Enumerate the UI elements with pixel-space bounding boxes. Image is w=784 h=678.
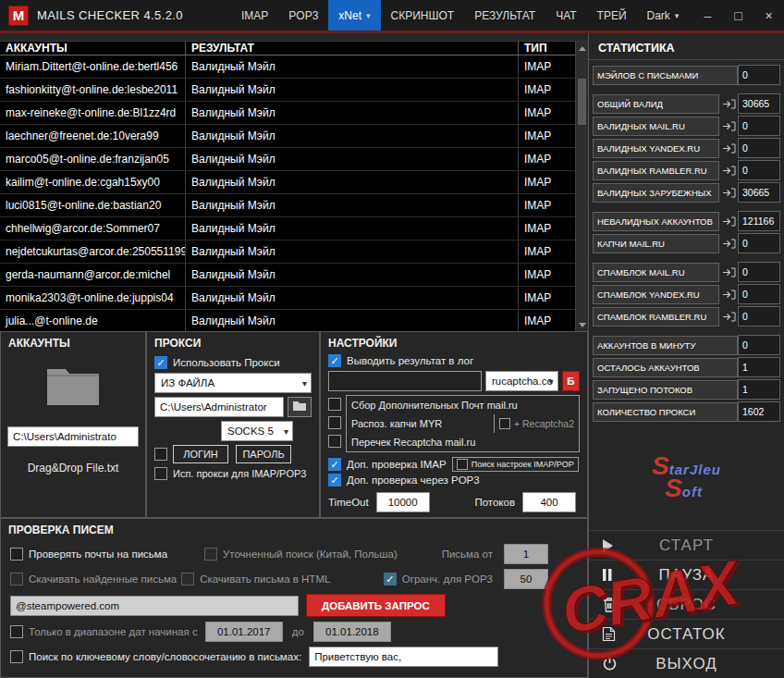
menu-item-imap[interactable]: IMAP bbox=[231, 0, 278, 31]
pop3-limit-input[interactable] bbox=[504, 569, 548, 589]
cell-result: Валидный Мэйл bbox=[185, 264, 518, 286]
pop3-extra-check-checkbox[interactable] bbox=[328, 474, 341, 487]
table-row[interactable]: monika2303@t-online.de:juppis04Валидный … bbox=[0, 287, 575, 310]
recaptcha2-checkbox[interactable] bbox=[499, 418, 510, 429]
accounts-file-path-input[interactable] bbox=[7, 426, 139, 447]
menu-item-chat[interactable]: ЧАТ bbox=[545, 0, 586, 31]
keyword-search-checkbox[interactable] bbox=[10, 650, 23, 663]
recheck-recaptcha-checkbox[interactable] bbox=[328, 435, 341, 448]
proxy-auth-checkbox[interactable] bbox=[154, 448, 167, 461]
scrollbar-thumb[interactable] bbox=[578, 79, 586, 125]
download-html-checkbox[interactable] bbox=[181, 573, 194, 586]
date-from-input[interactable] bbox=[205, 622, 283, 642]
table-row[interactable]: kailim@t-online.de:cgah15xy00Валидный Мэ… bbox=[0, 171, 575, 194]
scroll-up-button[interactable] bbox=[576, 42, 588, 55]
menu-item-tray[interactable]: ТРЕЙ bbox=[587, 0, 637, 31]
proxy-source-select[interactable]: ИЗ ФАЙЛА bbox=[154, 373, 312, 393]
collect-mailru-checkbox[interactable] bbox=[328, 398, 341, 411]
balance-button[interactable]: Б bbox=[562, 371, 580, 391]
imap-extra-check-label: Доп. проверка IMAP bbox=[347, 459, 447, 470]
imap-extra-check-checkbox[interactable] bbox=[328, 458, 341, 471]
pop3-limit-checkbox[interactable] bbox=[384, 573, 397, 586]
menu-item-result[interactable]: РЕЗУЛЬТАТ bbox=[464, 0, 545, 31]
column-header-result[interactable]: РЕЗУЛЬТАТ bbox=[185, 42, 518, 55]
table-row[interactable]: luci0815@t-online.de:bastian20Валидный М… bbox=[0, 194, 575, 217]
rest-button[interactable]: ОСТАТОК bbox=[589, 619, 784, 648]
use-proxy-checkbox[interactable] bbox=[154, 356, 167, 369]
trash-icon bbox=[602, 597, 617, 612]
close-button[interactable]: × bbox=[753, 0, 784, 31]
proxy-password-button[interactable]: ПАРОЛЬ bbox=[236, 445, 291, 463]
add-query-button[interactable]: ДОБАВИТЬ ЗАПРОС bbox=[306, 594, 446, 617]
table-row[interactable]: fashionkitty@t-online.de:lesbe2011Валидн… bbox=[0, 79, 575, 102]
proxy-type-select[interactable]: SOCKS 5 bbox=[221, 421, 293, 441]
cell-result: Валидный Мэйл bbox=[185, 125, 518, 147]
export-icon[interactable] bbox=[719, 239, 738, 249]
export-icon[interactable] bbox=[719, 166, 738, 176]
scrollbar-track[interactable] bbox=[576, 55, 588, 318]
dragdrop-target[interactable] bbox=[1, 364, 145, 412]
table-row[interactable]: julia...@t-online.deВалидный МэйлIMAP bbox=[0, 310, 575, 331]
cell-result: Валидный Мэйл bbox=[185, 102, 518, 124]
export-icon[interactable] bbox=[719, 99, 738, 109]
menu-item-xnet[interactable]: xNet bbox=[328, 0, 380, 31]
rest-button-label: ОСТАТОК bbox=[647, 625, 726, 644]
captcha-key-input[interactable] bbox=[328, 371, 482, 391]
stat-value: 0 bbox=[738, 138, 780, 158]
accounts-table: АККАУНТЫ РЕЗУЛЬТАТ ТИП Miriam.Dittert@t-… bbox=[0, 41, 588, 331]
table-row[interactable]: gerda-naumann@arcor.de:michelВалидный Мэ… bbox=[0, 264, 575, 287]
export-icon[interactable] bbox=[719, 290, 738, 300]
table-row[interactable]: nejdetcukurtas@arcor.de:250551199Валидны… bbox=[0, 240, 575, 264]
export-icon[interactable] bbox=[719, 267, 738, 277]
proxy-browse-button[interactable] bbox=[288, 397, 312, 417]
pause-icon bbox=[602, 568, 613, 582]
export-icon[interactable] bbox=[719, 188, 738, 198]
minimize-button[interactable]: – bbox=[692, 0, 723, 31]
threads-input[interactable] bbox=[522, 492, 576, 512]
table-row[interactable]: chhellwig@arcor.de:Sommer07Валидный Мэйл… bbox=[0, 217, 575, 240]
table-row[interactable]: laechner@freenet.de:10vera99Валидный Мэй… bbox=[0, 125, 575, 148]
proxy-login-button[interactable]: ЛОГИН bbox=[173, 445, 228, 463]
date-to-input[interactable] bbox=[313, 622, 391, 642]
exit-button[interactable]: ВЫХОД bbox=[589, 648, 784, 678]
proxy-imap-pop3-checkbox[interactable] bbox=[154, 467, 167, 480]
keyword-input[interactable] bbox=[309, 647, 498, 667]
table-row[interactable]: Miriam.Dittert@t-online.de:bertl456Валид… bbox=[0, 55, 575, 79]
export-icon[interactable] bbox=[719, 216, 738, 227]
check-mails-checkbox[interactable] bbox=[10, 548, 23, 561]
imap-settings-search-checkbox[interactable] bbox=[457, 459, 468, 470]
timeout-input[interactable] bbox=[376, 492, 430, 512]
reset-button[interactable]: СБРОС bbox=[589, 589, 784, 619]
letters-from-input[interactable] bbox=[504, 544, 548, 564]
stat-label: ОСТАЛОСЬ АККАУНТОВ bbox=[593, 358, 738, 377]
scroll-down-button[interactable] bbox=[576, 318, 588, 331]
menu-item-screenshot[interactable]: СКРИНШОТ bbox=[381, 0, 465, 31]
date-range-checkbox[interactable] bbox=[10, 625, 23, 638]
refined-search-checkbox[interactable] bbox=[204, 548, 217, 561]
captcha-myr-checkbox[interactable] bbox=[328, 416, 341, 429]
proxy-file-path-input[interactable] bbox=[154, 397, 284, 417]
table-row[interactable]: max-reineke@t-online.de:Bl1zz4rdВалидный… bbox=[0, 102, 575, 125]
column-header-type[interactable]: ТИП bbox=[518, 42, 575, 55]
document-icon bbox=[602, 626, 616, 642]
stat-row: КОЛИЧЕСТВО ПРОКСИ1602 bbox=[593, 401, 780, 422]
log-output-checkbox[interactable] bbox=[328, 354, 341, 367]
menu-item-pop3[interactable]: POP3 bbox=[278, 0, 328, 31]
menu-item-theme[interactable]: Dark bbox=[637, 0, 690, 31]
captcha-service-select[interactable]: rucaptcha.co bbox=[485, 371, 558, 391]
stat-value: 0 bbox=[738, 335, 780, 355]
stat-value: 30665 bbox=[738, 182, 780, 203]
column-header-accounts[interactable]: АККАУНТЫ bbox=[0, 42, 185, 55]
vertical-scrollbar[interactable] bbox=[575, 42, 588, 331]
stat-value: 0 bbox=[738, 116, 780, 136]
maximize-button[interactable]: □ bbox=[723, 0, 753, 31]
start-button[interactable]: СТАРТ bbox=[589, 530, 784, 560]
table-row[interactable]: marco05@t-online.de:franzijan05Валидный … bbox=[0, 148, 575, 171]
export-icon[interactable] bbox=[719, 143, 738, 154]
search-query-input[interactable] bbox=[10, 596, 299, 616]
export-icon[interactable] bbox=[719, 121, 738, 131]
pause-button[interactable]: ПАУЗА bbox=[589, 560, 784, 589]
download-letters-checkbox[interactable] bbox=[10, 573, 23, 586]
export-icon[interactable] bbox=[719, 312, 738, 322]
table-header: АККАУНТЫ РЕЗУЛЬТАТ ТИП bbox=[0, 42, 575, 55]
